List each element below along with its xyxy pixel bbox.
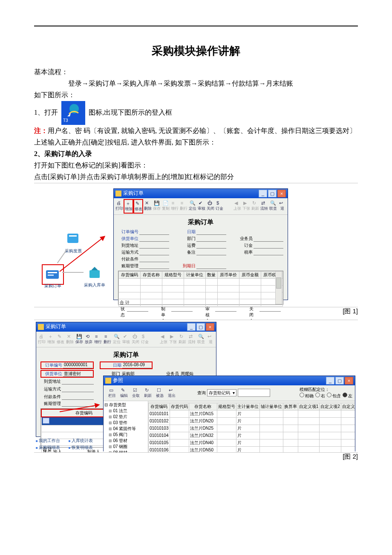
window-titlebar[interactable]: 参照 _ ▢ × (104, 376, 355, 385)
col-存货编码[interactable]: 存货编码 (149, 403, 170, 410)
link-restore-detail[interactable]: 恢复明细表 (69, 445, 93, 451)
ref-toolbar-全取[interactable]: ☑全取 (130, 386, 142, 400)
close-button[interactable]: × (277, 190, 286, 197)
field-supplier[interactable]: 普浦密封 (63, 371, 92, 377)
tree-node[interactable]: 03 管件 (104, 420, 147, 426)
ref-row[interactable]: 01010105法兰片DN40片 (149, 439, 355, 446)
category-tree[interactable]: 存货类型 01 法兰02 垫片03 管件04 紧固件等05 阀门06 管材07 … (104, 401, 148, 453)
search-select[interactable]: 存货助记码 ▾ (207, 389, 236, 396)
field-pay[interactable] (62, 394, 94, 400)
col-计量单位[interactable]: 计量单位 (184, 271, 205, 278)
field-order-no[interactable]: 0000000001 (63, 362, 92, 368)
field-deposit[interactable] (254, 243, 283, 249)
toolbar-打印[interactable]: 🖨打印 (115, 199, 124, 213)
col-规格型号[interactable]: 规格型号 (162, 271, 184, 278)
field-date[interactable]: 2016-08-09 (122, 362, 152, 368)
match-opt-包含[interactable]: 包含 (327, 393, 341, 399)
toolbar-流转[interactable]: ⇄流转 (260, 199, 269, 213)
toolbar-关闭[interactable]: ⏻关闭 (206, 199, 215, 213)
toolbar-退[interactable]: ↩退 (278, 199, 287, 213)
ref-toolbar-退出[interactable]: ↩退出 (166, 386, 178, 400)
tree-root[interactable]: 存货类型 (104, 402, 147, 408)
ref-row[interactable]: 01010104法兰片DN32片 (149, 432, 355, 439)
ref-row[interactable]: 01010103法兰片DN25片 (149, 425, 355, 432)
close-button[interactable]: × (345, 377, 353, 384)
col-自定义项1[interactable]: 自定义项1 (298, 403, 320, 410)
tree-node[interactable]: 08 钢材 (104, 450, 147, 453)
field-freight[interactable] (196, 243, 226, 249)
field-ship[interactable] (139, 249, 169, 255)
field-due[interactable] (196, 263, 226, 269)
toolbar-联查[interactable]: 🔍联查 (269, 199, 278, 213)
ref-toolbar-刷新[interactable]: ↻刷新 (142, 386, 154, 400)
toolbar-修改[interactable]: ✎修改 (133, 199, 143, 214)
field-remark[interactable] (196, 249, 226, 255)
ref-toolbar-编辑[interactable]: ✎编辑 (118, 386, 130, 400)
order-lines-grid[interactable]: 存货编码存货名称规格型号计量单位数量原币单价原币金额原币税额 合 计 (118, 271, 283, 305)
toolbar-增行[interactable]: ≡增行 (93, 332, 103, 346)
field-date[interactable] (196, 229, 226, 235)
col-换算率[interactable]: 换算率 (283, 403, 298, 410)
toolbar-删除[interactable]: ✕删除 (143, 199, 152, 213)
link-purchase-detail[interactable]: 采购明细表 (36, 445, 60, 451)
col-数量[interactable]: 数量 (205, 271, 217, 278)
close-button[interactable]: × (206, 323, 214, 331)
col-存货名称[interactable]: 存货名称 (140, 271, 162, 278)
lookup-icon[interactable] (43, 418, 49, 424)
col-原币单价[interactable]: 原币单价 (218, 271, 239, 278)
maximize-button[interactable]: ▢ (335, 377, 344, 384)
col-存货名称[interactable]: 存货名称 (189, 403, 217, 410)
field-addr[interactable] (62, 379, 94, 384)
tree-node[interactable]: 05 阀门 (104, 432, 147, 438)
toolbar-审核[interactable]: ✔审核 (197, 199, 206, 213)
col-自定义项3[interactable]: 自定义项3 (341, 403, 355, 410)
link-workbench[interactable]: 我的工作台 (36, 438, 60, 444)
field-manage[interactable] (139, 263, 169, 269)
match-opt-右[interactable]: 右 (315, 393, 325, 399)
col-自定义项2[interactable]: 自定义项2 (320, 403, 341, 410)
tree-node[interactable]: 04 紧固件等 (104, 426, 147, 432)
t3-desktop-icon[interactable]: T3 (61, 101, 85, 125)
reference-grid[interactable]: 存货编码存货代码存货名称规格型号主计量单位辅计量单位换算率自定义项1自定义项2自… (148, 403, 355, 453)
minimize-button[interactable]: _ (326, 377, 334, 384)
link-inbound-stats[interactable]: 入库统计表 (69, 438, 93, 444)
field-order-no[interactable] (139, 229, 169, 235)
toolbar-订金[interactable]: $订金 (215, 199, 224, 213)
field-manage[interactable] (62, 401, 94, 407)
field-ship[interactable] (62, 386, 94, 392)
field-pay[interactable] (139, 256, 169, 262)
toolbar-保存[interactable]: 💾保存 (75, 332, 84, 346)
field-addr[interactable] (139, 243, 169, 249)
match-opt-精确[interactable]: 精确 (300, 393, 314, 399)
field-supplier[interactable] (139, 236, 169, 242)
tree-node[interactable]: 06 管材 (104, 438, 147, 444)
match-opt-左[interactable]: 左 (343, 393, 352, 399)
col-存货编码[interactable]: 存货编码 (119, 271, 141, 278)
col-主计量单位[interactable]: 主计量单位 (236, 403, 259, 410)
ref-row[interactable]: 01010102法兰片DN20片 (149, 417, 355, 425)
toolbar-放弃[interactable]: ⟲放弃 (84, 332, 93, 346)
maximize-button[interactable]: ▢ (268, 190, 277, 197)
minimize-button[interactable]: _ (187, 323, 196, 331)
col-原币金额[interactable]: 原币金额 (239, 271, 261, 278)
flow-order-icon[interactable]: 采购订单 (42, 264, 64, 285)
field-tax[interactable] (254, 249, 283, 255)
ref-row[interactable]: 01010106法兰片DN50片 (149, 446, 355, 453)
field-sales[interactable] (254, 236, 283, 242)
ref-row[interactable]: 01010101法兰片DN15片 (149, 410, 355, 417)
toolbar-增加[interactable]: ＋增加 (124, 199, 133, 214)
tree-node[interactable]: 02 垫片 (104, 414, 147, 420)
tree-node[interactable]: 07 钢圈 (104, 444, 147, 450)
col-辅计量单位[interactable]: 辅计量单位 (259, 403, 283, 410)
tree-node[interactable]: 01 法兰 (104, 408, 147, 414)
ref-toolbar-栏目[interactable]: ▭栏目 (106, 386, 118, 400)
search-input[interactable] (238, 389, 270, 397)
col-规格型号[interactable]: 规格型号 (217, 403, 236, 410)
toolbar-定位[interactable]: 🔍定位 (188, 199, 197, 213)
toolbar-删行[interactable]: ≡删行 (103, 332, 112, 346)
window-titlebar[interactable]: 采购订单 _ ▢ × (114, 189, 288, 198)
minimize-button[interactable]: _ (259, 190, 267, 197)
maximize-button[interactable]: ▢ (196, 323, 205, 331)
ref-toolbar-被选[interactable]: ☐被选 (154, 386, 166, 400)
window-titlebar[interactable]: 采购订单 _ ▢ × (36, 322, 216, 332)
